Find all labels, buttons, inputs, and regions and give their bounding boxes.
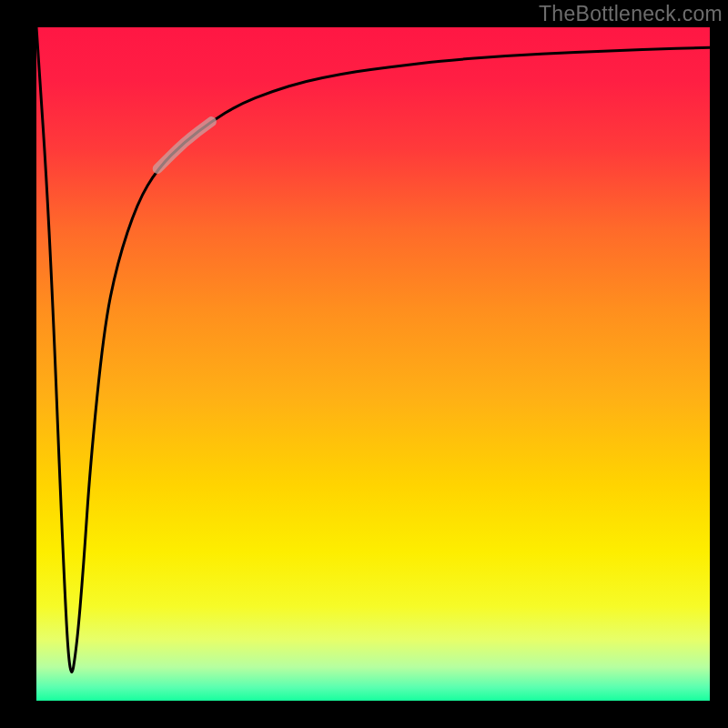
- gradient-background: [36, 27, 710, 701]
- chart-svg: [36, 27, 710, 701]
- watermark-text: TheBottleneck.com: [539, 2, 723, 26]
- plot-area: [36, 27, 710, 701]
- chart-frame: TheBottleneck.com: [0, 0, 728, 728]
